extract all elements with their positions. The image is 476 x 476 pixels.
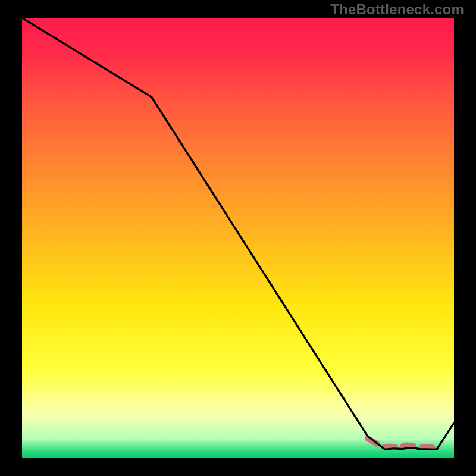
watermark-text: TheBottleneck.com bbox=[330, 1, 464, 18]
bottleneck-chart bbox=[0, 0, 476, 476]
plot-background bbox=[22, 18, 454, 458]
chart-wrapper: TheBottleneck.com bbox=[0, 0, 476, 476]
